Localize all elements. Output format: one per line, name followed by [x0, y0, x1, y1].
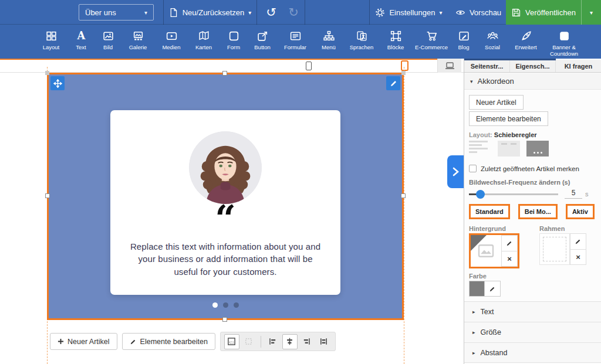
corner-handle[interactable] [401, 71, 406, 75]
align-center-button[interactable] [282, 334, 298, 349]
content-right-guide [404, 67, 404, 364]
settings-button[interactable]: Einstellungen ▾ [369, 0, 448, 25]
align-right-button[interactable] [299, 334, 315, 349]
page-selector-dropdown[interactable]: Über uns ▾ [79, 4, 154, 21]
align-left-button[interactable] [265, 334, 281, 349]
image-icon [102, 30, 114, 42]
toolbar-item-image[interactable]: Bild [96, 30, 120, 51]
frame-remove-button[interactable]: × [570, 250, 586, 266]
block-tools-group [220, 332, 336, 351]
background-edit-button[interactable] [501, 235, 518, 251]
state-active-button[interactable]: Aktiv [566, 204, 595, 219]
accordion-slider-block[interactable]: “ Replace this text with information abo… [47, 73, 404, 320]
resize-handle-left[interactable] [45, 193, 50, 198]
container-settings-button[interactable] [224, 334, 239, 349]
frame-edit-button[interactable] [570, 233, 586, 250]
align-justify-button[interactable] [316, 334, 332, 349]
pagination-dot-active[interactable] [212, 302, 218, 308]
pagination-dot[interactable] [234, 302, 239, 308]
sidebar-edit-elements-button[interactable]: Elemente bearbeiten [469, 111, 548, 126]
inner-container-button-disabled[interactable] [241, 334, 256, 349]
phone-breakpoint-icon[interactable] [306, 62, 312, 70]
edit-block-button[interactable] [386, 76, 400, 90]
remember-article-option: Zuletzt geöffneten Artikel merken [469, 165, 579, 172]
toolbar-item-languages[interactable]: Sprachen [345, 30, 378, 51]
tab-page-structure[interactable]: Seitenstr... [464, 60, 510, 72]
sidebar-new-article-button[interactable]: Neuer Artikel [469, 95, 524, 110]
toolbar-item-ecommerce[interactable]: E-Commerce [413, 30, 450, 51]
divider [261, 336, 261, 348]
frame-picker: × [539, 233, 586, 265]
publish-button[interactable]: Veröffentlichen [506, 8, 581, 18]
toolbar-item-advanced[interactable]: Erweitert [509, 30, 542, 51]
pencil-icon [389, 79, 398, 88]
new-article-button[interactable]: Neuer Artikel [50, 333, 117, 350]
toolbar-item-menu[interactable]: Menü [315, 30, 343, 51]
state-standard-button[interactable]: Standard [469, 204, 510, 219]
resize-handle-bottom[interactable] [222, 317, 227, 322]
toolbar-item-maps[interactable]: Karten [189, 30, 218, 51]
tablet-breakpoint-icon[interactable] [401, 60, 408, 71]
toolbar-item-blog[interactable]: Blog [452, 30, 475, 51]
chevron-right-icon: ▸ [472, 309, 475, 315]
pencil-icon [575, 238, 582, 245]
redo-button[interactable]: ↻ [282, 0, 305, 25]
layout-option-slider-selected[interactable] [526, 141, 549, 157]
section-text[interactable]: ▸ Text [464, 301, 601, 322]
desktop-view-button[interactable] [437, 59, 461, 73]
tab-ask-ai[interactable]: KI fragen [556, 60, 601, 72]
toolbar-item-button[interactable]: Button [249, 30, 276, 51]
undo-button[interactable]: ↺ [260, 0, 282, 25]
state-hover-button[interactable]: Bei Mo... [518, 204, 558, 219]
toolbar-item-form[interactable]: Formular [278, 30, 312, 51]
svg-text:A: A [76, 30, 86, 42]
new-page-icon [168, 8, 178, 18]
sidebar-collapse-toggle[interactable] [447, 155, 464, 188]
toolbar-item-layout[interactable]: Layout [36, 30, 66, 51]
state-buttons: Standard Bei Mo... Aktiv [469, 204, 595, 219]
move-block-button[interactable] [50, 76, 65, 90]
settings-label: Einstellungen [389, 8, 435, 17]
background-preview[interactable] [471, 235, 501, 267]
preview-button[interactable]: Vorschau [451, 0, 506, 25]
slider-thumb[interactable] [476, 190, 485, 199]
background-remove-button[interactable]: × [501, 251, 518, 267]
container-icon [227, 337, 236, 346]
elements-toolbar: Layout A Text Bild Galerie Medien Karten… [0, 25, 601, 59]
resize-handle-right[interactable] [401, 193, 406, 198]
shape-icon [228, 30, 240, 42]
corner-handle[interactable] [45, 71, 49, 75]
tab-properties[interactable]: Eigensch... [510, 60, 556, 72]
toolbar-item-social[interactable]: Sozial [478, 30, 507, 51]
layout-option-accordion[interactable] [498, 141, 520, 157]
toolbar-item-blocks[interactable]: Blöcke [380, 30, 411, 51]
remember-article-label: Zuletzt geöffneten Artikel merken [481, 165, 579, 172]
remember-article-checkbox[interactable] [469, 165, 477, 172]
chevron-down-icon: ▾ [590, 9, 593, 16]
color-edit-button[interactable] [485, 281, 501, 297]
map-icon [198, 30, 210, 42]
toolbar-item-banner-countdown[interactable]: Banner & Countdown [545, 30, 583, 57]
color-label: Farbe [469, 273, 487, 280]
active-tabs-indicator [464, 59, 556, 60]
frame-preview[interactable] [539, 233, 570, 265]
toolbar-item-text[interactable]: A Text [68, 30, 94, 51]
top-bar: Über uns ▾ Neu/Zurücksetzen ▾ ↺ ↻ Einste… [0, 0, 601, 25]
toolbar-item-gallery[interactable]: Galerie [122, 30, 154, 51]
color-swatch[interactable] [469, 281, 485, 297]
publish-dropdown-button[interactable]: ▾ [582, 9, 601, 16]
section-spacing[interactable]: ▸ Abstand [464, 342, 601, 363]
background-label: Hintergrund [469, 225, 506, 232]
layout-option-list[interactable] [469, 141, 491, 157]
people-group-icon [487, 30, 499, 42]
slider-value-input[interactable]: 5 [565, 189, 582, 199]
accordion-panel-header[interactable]: ▾ Akkordeon [464, 73, 601, 90]
resize-handle-top[interactable] [222, 71, 227, 76]
toolbar-item-shape[interactable]: Form [221, 30, 247, 51]
pagination-dot[interactable] [223, 302, 228, 308]
toolbar-item-media[interactable]: Medien [156, 30, 187, 51]
edit-elements-button[interactable]: Elemente bearbeiten [122, 333, 215, 350]
section-size[interactable]: ▸ Größe [464, 322, 601, 342]
background-picker: × [469, 233, 519, 268]
new-reset-button[interactable]: Neu/Zurücksetzen ▾ [163, 0, 256, 25]
